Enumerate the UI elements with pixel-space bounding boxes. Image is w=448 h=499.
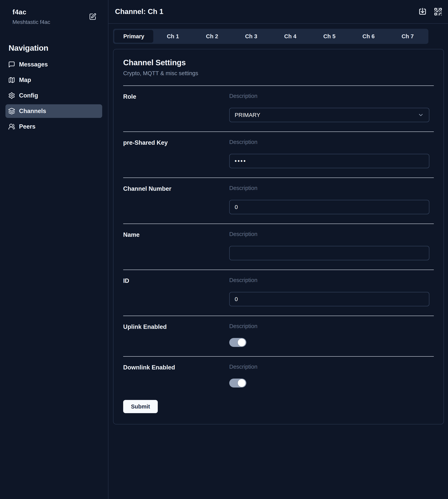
tab-ch2[interactable]: Ch 2: [192, 30, 232, 43]
qr-code-icon: [434, 7, 443, 16]
sidebar-item-label: Peers: [19, 123, 35, 130]
header-actions: [418, 7, 443, 16]
users-icon: [8, 123, 15, 130]
field-label: pre-Shared Key: [123, 139, 229, 168]
field-content: Description: [229, 323, 434, 347]
field-content: Description: [229, 231, 434, 260]
field-description: Description: [229, 185, 434, 191]
field-description: Description: [229, 364, 434, 370]
sidebar-item-peers[interactable]: Peers: [5, 120, 102, 133]
field-label: Name: [123, 231, 229, 260]
field-row-role: Role Description PRIMARY: [123, 86, 434, 132]
sidebar-item-map[interactable]: Map: [5, 73, 102, 87]
field-content: Description PRIMARY: [229, 93, 434, 122]
nav-heading: Navigation: [9, 44, 108, 53]
uplink-toggle[interactable]: [229, 338, 246, 347]
tab-ch1[interactable]: Ch 1: [153, 30, 192, 43]
role-select[interactable]: PRIMARY: [229, 108, 429, 122]
field-description: Description: [229, 323, 434, 329]
chevron-down-icon: [418, 112, 424, 118]
tab-ch6[interactable]: Ch 6: [349, 30, 388, 43]
device-name: f4ac: [13, 8, 50, 16]
toggle-knob: [238, 379, 246, 387]
field-row-psk: pre-Shared Key Description: [123, 132, 434, 178]
field-row-downlink: Downlink Enabled Description: [123, 357, 434, 388]
page-title: Channel: Ch 1: [115, 8, 163, 16]
gear-icon: [8, 92, 15, 99]
field-content: Description: [229, 185, 434, 214]
field-content: Description: [229, 277, 434, 306]
map-icon: [8, 77, 15, 83]
card-subtitle: Crypto, MQTT & misc settings: [123, 70, 434, 77]
field-description: Description: [229, 231, 434, 237]
device-header: f4ac Meshtastic f4ac: [13, 8, 96, 25]
sidebar-item-config[interactable]: Config: [5, 89, 102, 102]
channel-number-input[interactable]: [229, 200, 429, 214]
id-input[interactable]: [229, 292, 429, 306]
field-label: Channel Number: [123, 185, 229, 214]
qr-code-button[interactable]: [434, 7, 443, 16]
field-row-id: ID Description: [123, 270, 434, 316]
field-label: Downlink Enabled: [123, 364, 229, 388]
field-row-channel-number: Channel Number Description: [123, 178, 434, 224]
downlink-toggle[interactable]: [229, 379, 246, 388]
tab-ch4[interactable]: Ch 4: [271, 30, 310, 43]
field-description: Description: [229, 93, 434, 99]
tab-ch7[interactable]: Ch 7: [388, 30, 427, 43]
role-select-value: PRIMARY: [235, 112, 260, 118]
field-content: Description: [229, 139, 434, 168]
download-icon: [418, 7, 427, 16]
main-area: Channel: Ch 1: [108, 0, 448, 499]
field-row-name: Name Description: [123, 224, 434, 270]
page-header: Channel: Ch 1: [108, 0, 448, 24]
sidebar: f4ac Meshtastic f4ac Navigation Messages: [0, 0, 108, 499]
device-info: f4ac Meshtastic f4ac: [13, 8, 50, 25]
tab-ch5[interactable]: Ch 5: [310, 30, 349, 43]
name-input[interactable]: [229, 246, 429, 260]
submit-button[interactable]: Submit: [123, 400, 158, 413]
channel-tabs: Primary Ch 1 Ch 2 Ch 3 Ch 4 Ch 5 Ch 6 Ch…: [113, 29, 428, 44]
import-channel-button[interactable]: [418, 7, 427, 16]
square-pen-icon: [89, 13, 96, 20]
layers-icon: [8, 108, 15, 115]
psk-input[interactable]: [229, 154, 429, 168]
toggle-knob: [238, 339, 246, 346]
sidebar-nav: Messages Map Config: [5, 58, 102, 133]
field-row-uplink: Uplink Enabled Description: [123, 316, 434, 357]
field-content: Description: [229, 364, 434, 388]
edit-device-button[interactable]: [89, 13, 96, 20]
sidebar-item-label: Map: [19, 77, 31, 83]
field-description: Description: [229, 139, 434, 145]
channel-settings-card: Channel Settings Crypto, MQTT & misc set…: [113, 49, 444, 424]
field-description: Description: [229, 277, 434, 283]
field-label: Uplink Enabled: [123, 323, 229, 347]
sidebar-item-label: Channels: [19, 108, 46, 115]
sidebar-item-label: Config: [19, 92, 38, 99]
tab-primary[interactable]: Primary: [114, 30, 153, 43]
device-subtitle: Meshtastic f4ac: [13, 19, 50, 25]
tab-ch3[interactable]: Ch 3: [232, 30, 271, 43]
field-label: ID: [123, 277, 229, 306]
content-area: Primary Ch 1 Ch 2 Ch 3 Ch 4 Ch 5 Ch 6 Ch…: [108, 24, 448, 424]
card-title: Channel Settings: [123, 58, 434, 67]
sidebar-item-channels[interactable]: Channels: [5, 104, 102, 118]
field-label: Role: [123, 93, 229, 122]
sidebar-item-label: Messages: [19, 61, 48, 68]
sidebar-item-messages[interactable]: Messages: [5, 58, 102, 71]
message-square-icon: [8, 61, 15, 68]
